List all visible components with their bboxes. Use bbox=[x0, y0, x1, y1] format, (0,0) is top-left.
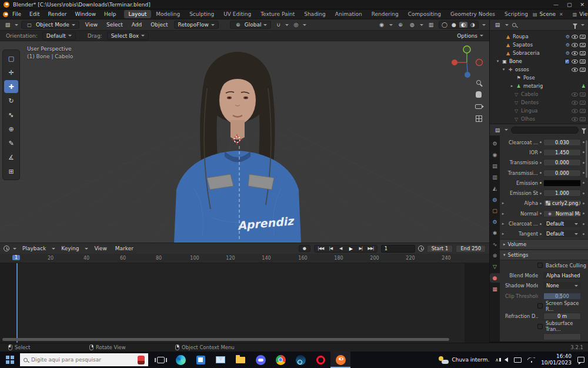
camera-icon[interactable] bbox=[580, 117, 586, 121]
taskbar-search-box[interactable] bbox=[20, 353, 148, 366]
tray-expand-icon[interactable]: ∧ bbox=[495, 357, 499, 363]
workspace-tab-rendering[interactable]: Rendering bbox=[367, 10, 403, 18]
subsurface-translucency-checkbox[interactable] bbox=[537, 324, 543, 329]
tool-rotate[interactable]: ↻ bbox=[4, 94, 18, 107]
blender-app-button[interactable] bbox=[330, 352, 350, 368]
normal-map-field[interactable]: ◉ Normal Map ✕ bbox=[543, 210, 581, 217]
snap-caret-icon[interactable] bbox=[285, 24, 289, 26]
camera-icon[interactable] bbox=[580, 59, 586, 64]
shading-wireframe-button[interactable]: ◯ bbox=[440, 22, 449, 28]
prev-keyframe-button[interactable]: |◀ bbox=[326, 246, 335, 251]
disclosure-icon[interactable]: ▾ bbox=[502, 67, 506, 72]
file-explorer-button[interactable] bbox=[230, 352, 250, 368]
eye-icon[interactable] bbox=[572, 68, 578, 72]
expand-icon[interactable]: ▸ bbox=[501, 201, 505, 205]
blender-menu-icon[interactable] bbox=[3, 12, 8, 17]
snap-magnet-icon[interactable]: ∪ bbox=[274, 22, 282, 28]
tab-scene[interactable]: ◭ bbox=[490, 184, 500, 193]
emission-color-swatch[interactable] bbox=[543, 180, 581, 187]
properties-search-input[interactable] bbox=[511, 127, 579, 134]
animate-dot-icon[interactable] bbox=[581, 182, 586, 184]
current-frame-indicator[interactable]: 1 bbox=[12, 255, 20, 260]
animate-dot-icon[interactable] bbox=[581, 203, 586, 204]
alpha-texture-field[interactable]: curly2.png.001 ✕ bbox=[543, 200, 581, 207]
menu-view[interactable]: View bbox=[92, 245, 109, 252]
play-reverse-button[interactable]: ◀ bbox=[336, 246, 345, 251]
timeline-scrollbar[interactable] bbox=[2, 338, 449, 341]
workspace-tab-uv-editing[interactable]: UV Editing bbox=[219, 10, 256, 18]
disclosure-icon[interactable]: ▸ bbox=[510, 84, 514, 88]
tab-world[interactable]: ◍ bbox=[490, 195, 500, 204]
refraction-depth-field[interactable]: 0 m bbox=[543, 313, 581, 320]
workspace-tab-shading[interactable]: Shading bbox=[299, 10, 330, 18]
timeline-ruler[interactable]: 20 40 60 80 100 120 140 160 180 200 220 … bbox=[0, 254, 489, 263]
expand-icon[interactable]: ▸ bbox=[501, 211, 505, 216]
orientation-value-dropdown[interactable]: Default bbox=[42, 32, 76, 40]
tool-select-box[interactable]: ▢ bbox=[4, 52, 18, 65]
tool-transform[interactable]: ⊕ bbox=[4, 122, 18, 135]
tab-constraints[interactable]: ⊗ bbox=[490, 251, 500, 260]
workspace-tab-sculpting[interactable]: Sculpting bbox=[185, 10, 219, 18]
maximize-button[interactable]: ▢ bbox=[567, 2, 572, 8]
transmission-roughness-slider[interactable]: 0.000 bbox=[543, 170, 581, 177]
properties-editor-icon[interactable]: ▤ bbox=[493, 127, 502, 133]
clip-threshold-slider[interactable]: 0.500 bbox=[543, 293, 581, 300]
outliner-row[interactable]: ⚑ Pose bbox=[490, 74, 588, 82]
outliner-row[interactable]: ▽ Dentes bbox=[490, 98, 588, 107]
volume-section-header[interactable]: ▸Volume bbox=[500, 239, 588, 250]
tab-output[interactable]: ▤ bbox=[490, 161, 500, 171]
start-button[interactable] bbox=[0, 352, 20, 368]
camera-icon[interactable] bbox=[580, 51, 586, 55]
clearcoat-normal-dropdown[interactable]: Default bbox=[543, 220, 581, 227]
tab-object-data[interactable]: ▽ bbox=[490, 262, 500, 271]
outliner-editor-icon[interactable]: ▤ bbox=[493, 22, 502, 28]
retopoflow-menu[interactable]: RetopoFlow bbox=[174, 21, 219, 29]
eye-icon[interactable] bbox=[572, 109, 578, 113]
volume-icon[interactable] bbox=[505, 357, 508, 362]
gizmos-toggle-icon[interactable]: ⊕ bbox=[396, 22, 405, 28]
tab-modifiers[interactable]: ⚙ bbox=[490, 217, 500, 227]
shadow-mode-dropdown[interactable]: None bbox=[543, 282, 581, 289]
tab-texture[interactable]: ▦ bbox=[490, 284, 500, 294]
mode-dropdown[interactable]: ▢ Object Mode bbox=[21, 21, 79, 29]
outliner-filter-icon[interactable] bbox=[573, 24, 577, 26]
tab-render[interactable]: ◉ bbox=[490, 150, 500, 160]
workspace-tab-animation[interactable]: Animation bbox=[330, 10, 367, 18]
outliner-row[interactable]: ▾ ✛ ossos bbox=[490, 65, 588, 74]
screen-space-refraction-checkbox[interactable] bbox=[537, 303, 543, 309]
menu-keying[interactable]: Keying bbox=[59, 245, 81, 252]
outliner-row[interactable]: ▾ ▣ Bone ✓ bbox=[490, 57, 588, 65]
shading-material-button[interactable]: ◐ bbox=[459, 22, 467, 28]
store-button[interactable] bbox=[191, 352, 211, 368]
camera-icon[interactable] bbox=[580, 68, 586, 72]
jump-to-end-button[interactable]: ▶▶| bbox=[366, 246, 375, 251]
menu-select[interactable]: Select bbox=[103, 21, 126, 28]
end-frame-field[interactable]: End250 bbox=[456, 245, 486, 253]
transmission-slider[interactable]: 0.000 bbox=[543, 159, 581, 166]
pan-hand-icon[interactable] bbox=[476, 91, 482, 98]
close-button[interactable]: ✕ bbox=[580, 2, 584, 8]
eye-icon[interactable] bbox=[572, 117, 578, 121]
expand-icon[interactable]: ▸ bbox=[501, 231, 505, 236]
shading-solid-button[interactable]: ● bbox=[450, 22, 458, 28]
animate-dot-icon[interactable] bbox=[581, 193, 586, 194]
overlays-toggle-icon[interactable]: ◍ bbox=[408, 22, 416, 28]
workspace-tab-scripting[interactable]: Scripting bbox=[500, 10, 533, 18]
tab-object[interactable]: ▢ bbox=[490, 206, 500, 216]
eye-icon[interactable] bbox=[572, 51, 578, 55]
proportional-caret-icon[interactable] bbox=[303, 24, 306, 26]
play-button[interactable]: ▶ bbox=[346, 246, 355, 251]
tool-annotate[interactable]: ✎ bbox=[4, 137, 18, 150]
viewlayer-browse-icon[interactable]: ▥ bbox=[573, 12, 577, 17]
visibility-dropdown-icon[interactable]: ◉ bbox=[377, 22, 386, 28]
tool-scale[interactable]: ↔ bbox=[4, 108, 18, 121]
menu-help[interactable]: Help bbox=[100, 10, 121, 18]
shading-dropdown-caret-icon[interactable] bbox=[482, 24, 486, 26]
menu-playback[interactable]: Playback bbox=[20, 245, 48, 252]
weather-widget[interactable]: Chuva interm. bbox=[439, 356, 489, 364]
workspace-tab-texture-paint[interactable]: Texture Paint bbox=[256, 10, 299, 18]
scene-unlink-icon[interactable]: ✕ bbox=[558, 12, 564, 17]
menu-view[interactable]: View bbox=[82, 21, 101, 28]
opera-button[interactable] bbox=[310, 352, 330, 368]
discord-button[interactable] bbox=[250, 352, 270, 368]
